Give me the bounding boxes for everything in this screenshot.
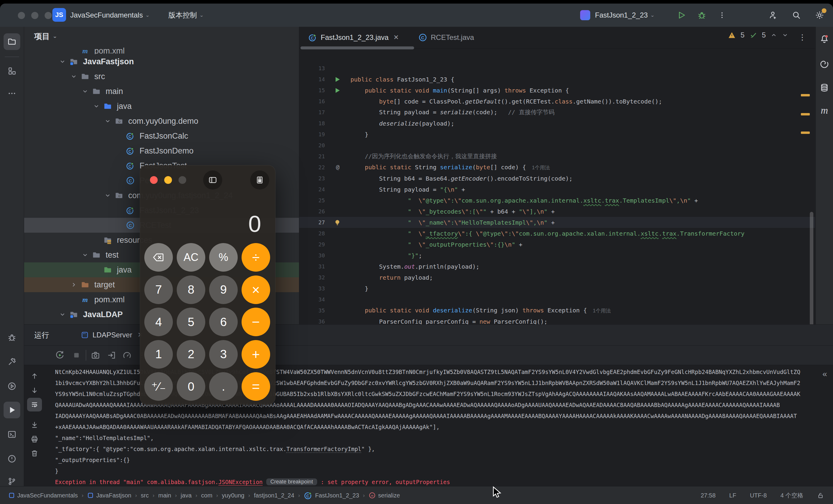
code-line-34[interactable]: 34 xyxy=(299,294,815,305)
chevron-right-icon[interactable] xyxy=(67,282,80,288)
indent-setting[interactable]: 4 个空格 xyxy=(780,491,803,500)
hide-panel-icon[interactable]: « xyxy=(822,369,827,379)
run-line-icon[interactable] xyxy=(334,87,351,94)
tree-item-src[interactable]: src xyxy=(24,69,299,84)
run-line-icon[interactable] xyxy=(334,76,351,83)
create-breakpoint-chip[interactable]: Create breakpoint xyxy=(266,478,317,485)
chevron-down-icon[interactable] xyxy=(78,252,92,258)
scroll-up-icon[interactable] xyxy=(24,369,45,383)
code-line-16[interactable]: 16 byte[] code = ClassPool.getDefault().… xyxy=(299,96,815,107)
run-button[interactable] xyxy=(674,8,689,23)
calc-key-×[interactable]: × xyxy=(242,275,270,304)
calc-key-8[interactable]: 8 xyxy=(177,275,205,304)
calc-key-0[interactable]: 0 xyxy=(177,372,205,401)
code-line-32[interactable]: 32 return payload; xyxy=(299,272,815,283)
calc-key-AC[interactable]: AC xyxy=(177,243,205,272)
calc-key-6[interactable]: 6 xyxy=(209,308,238,336)
terminal-tool-button[interactable] xyxy=(4,426,20,443)
structure-tool-button[interactable] xyxy=(4,63,20,79)
chevron-down-icon[interactable] xyxy=(56,311,69,318)
calc-key-4[interactable]: 4 xyxy=(144,308,173,336)
more-tools-button[interactable] xyxy=(4,85,20,102)
calculator-window[interactable]: 0 AC%÷789×456−123+⁺⁄₋0.= xyxy=(140,165,276,405)
tree-item-com.yuy0ung.demo[interactable]: com.yuy0ung.demo xyxy=(24,114,299,128)
stripe-warning-mark[interactable] xyxy=(801,113,810,116)
breadcrumb-yuy0ung[interactable]: yuy0ung xyxy=(222,492,244,499)
code-line-20[interactable]: 20 xyxy=(299,140,815,151)
calc-key-backspace[interactable] xyxy=(144,243,173,272)
breadcrumb-src[interactable]: src xyxy=(141,492,149,499)
tree-item-java[interactable]: java xyxy=(24,99,299,114)
project-tool-button[interactable] xyxy=(4,33,20,50)
calc-close-button[interactable] xyxy=(150,176,158,184)
debug-tool-button[interactable] xyxy=(4,329,20,346)
window-minimize-button[interactable] xyxy=(31,12,39,19)
calc-sidebar-toggle[interactable] xyxy=(203,170,222,190)
build-tool-button[interactable] xyxy=(4,354,20,370)
clear-console-icon[interactable] xyxy=(24,447,45,460)
annotation-gutter-icon[interactable]: @ xyxy=(334,164,351,171)
chevron-down-icon[interactable] xyxy=(67,73,80,80)
breadcrumb-JavaSecFundamentals[interactable]: JavaSecFundamentals xyxy=(8,492,78,499)
code-line-27[interactable]: 27 " \"_name\":\"HelloTemplatesImpl\",\n… xyxy=(299,217,815,228)
file-encoding[interactable]: UTF-8 xyxy=(750,492,767,499)
calc-mode-button[interactable] xyxy=(250,170,269,190)
chevron-down-icon[interactable] xyxy=(78,88,92,95)
project-menu[interactable]: JavaSecFundamentals ⌄ xyxy=(70,4,150,27)
lock-icon[interactable] xyxy=(817,492,824,499)
code-line-22[interactable]: 22@ public static String serialize(byte[… xyxy=(299,162,815,173)
attach-button[interactable] xyxy=(105,349,118,362)
calc-key-÷[interactable]: ÷ xyxy=(242,243,270,272)
code-line-36[interactable]: 36 ParserConfig parserConfig = new Parse… xyxy=(299,316,815,324)
calc-key-%[interactable]: % xyxy=(209,243,238,272)
scroll-to-end-icon[interactable] xyxy=(24,418,45,432)
breadcrumb-FastJson1_2_23[interactable]: CFastJson1_2_23 xyxy=(304,491,359,500)
tree-item-main[interactable]: main xyxy=(24,84,299,99)
stop-button[interactable] xyxy=(70,349,83,362)
ai-assistant-icon[interactable] xyxy=(817,57,831,71)
code-line-13[interactable]: 13 xyxy=(299,63,815,74)
horizontal-scrollbar[interactable] xyxy=(301,46,414,49)
tree-item-FastJsonCalc[interactable]: CFastJsonCalc xyxy=(24,128,299,143)
calc-key-=[interactable]: = xyxy=(242,372,270,401)
code-line-17[interactable]: 17 String payload = serialize(code); // … xyxy=(299,107,815,118)
settings-gear-icon[interactable] xyxy=(812,8,827,23)
code-line-18[interactable]: 18 deserialize(payload); xyxy=(299,118,815,129)
calc-key-.[interactable]: . xyxy=(209,372,238,401)
notifications-bell-icon[interactable] xyxy=(817,32,831,46)
breadcrumb-main[interactable]: main xyxy=(158,492,171,499)
code-line-23[interactable]: 23 String b64 = Base64.getEncoder().enco… xyxy=(299,173,815,184)
chevron-down-icon[interactable] xyxy=(101,118,115,124)
calc-key-−[interactable]: − xyxy=(242,308,270,336)
tab-options-kebab[interactable]: ⋮ xyxy=(799,33,806,42)
run-tab-ldapserver[interactable]: LDAPServer ✕ xyxy=(80,325,143,345)
code-line-29[interactable]: 29 " \"_outputProperties\":{}\n" + xyxy=(299,239,815,250)
breadcrumb-serialize[interactable]: mserialize xyxy=(368,492,400,499)
rerun-button[interactable] xyxy=(53,349,66,362)
profiler-button[interactable] xyxy=(120,349,134,362)
calc-key-⁺⁄₋[interactable]: ⁺⁄₋ xyxy=(144,372,173,401)
database-icon[interactable] xyxy=(817,81,831,95)
breadcrumb-fastjson1_2_24[interactable]: fastjson1_2_24 xyxy=(254,492,294,499)
calc-key-1[interactable]: 1 xyxy=(144,340,173,369)
code-line-24[interactable]: 24 String payload = "{\n" + xyxy=(299,184,815,195)
screenshot-button[interactable] xyxy=(89,349,102,362)
intention-bulb-icon[interactable] xyxy=(334,219,351,226)
code-line-19[interactable]: 19 } xyxy=(299,129,815,140)
code-line-33[interactable]: 33 } xyxy=(299,283,815,294)
stripe-warning-mark[interactable] xyxy=(801,131,810,134)
problems-tool-button[interactable] xyxy=(4,451,20,467)
code-line-26[interactable]: 26 " \"_bytecodes\":[\"" + b64 + "\"],\n… xyxy=(299,206,815,217)
calc-key-5[interactable]: 5 xyxy=(177,308,205,336)
stripe-warning-mark[interactable] xyxy=(801,94,810,96)
calc-key-9[interactable]: 9 xyxy=(209,275,238,304)
breadcrumb-com[interactable]: com xyxy=(201,492,212,499)
vcs-menu[interactable]: 版本控制 ⌄ xyxy=(168,4,204,27)
run-config-selector[interactable]: FastJson1_2_23 ⌄ xyxy=(595,4,655,27)
caret-position[interactable]: 27:58 xyxy=(700,492,715,499)
scroll-down-icon[interactable] xyxy=(24,384,45,397)
code-line-14[interactable]: 14public class FastJson1_2_23 { xyxy=(299,74,815,85)
code-line-25[interactable]: 25 " \"@type\":\"com.sun.org.apache.xala… xyxy=(299,195,815,206)
soft-wrap-toggle[interactable] xyxy=(27,398,42,411)
calc-key-+[interactable]: + xyxy=(242,340,270,369)
